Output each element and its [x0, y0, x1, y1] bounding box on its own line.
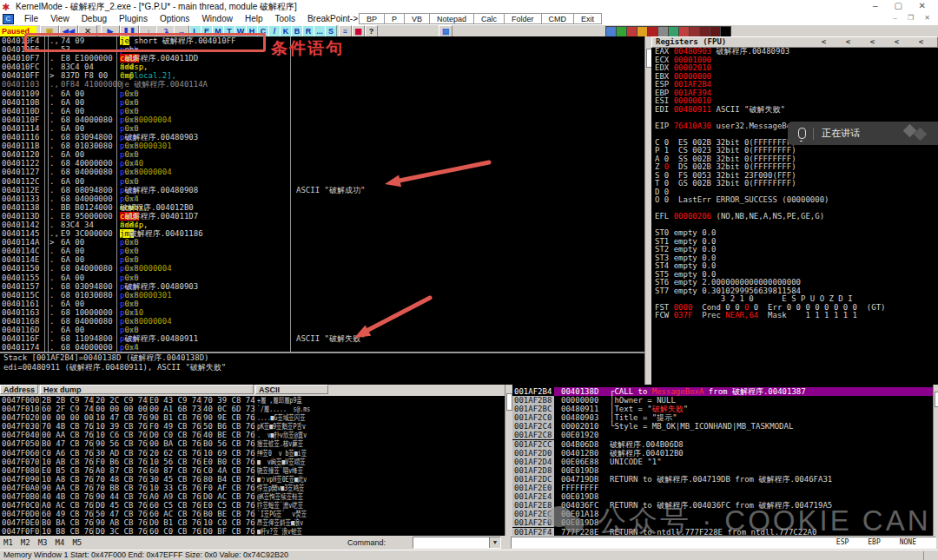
- memory-tab[interactable]: M5: [72, 538, 82, 547]
- dump-col-address[interactable]: Address: [0, 385, 38, 394]
- stack-row[interactable]: 001AF2D8 00E019D8: [512, 466, 933, 475]
- register-line[interactable]: EDI 00480911 ASCII "破解失败": [651, 106, 938, 115]
- disassembly-row[interactable]: 0040115C . 68 01030080 push 0x80000301: [0, 291, 644, 300]
- stack-row[interactable]: 001AF2C0 00480903 │Title = "提示": [512, 413, 933, 422]
- dump-col-hex[interactable]: Hex dump: [40, 385, 254, 394]
- quick-button[interactable]: Notepad: [429, 13, 473, 24]
- quick-button[interactable]: VB: [404, 13, 429, 24]
- register-line[interactable]: EFL 00000206 (NO,NB,NE,A,NS,PE,GE,G): [651, 213, 938, 221]
- dump-row[interactable]: 0047F0F0 10 B8 CB 76D0 3C CB 76 60 C0 CB…: [0, 527, 505, 536]
- memory-tab[interactable]: M1: [3, 538, 13, 547]
- disassembly-row[interactable]: 0040110D . 6A 00 push 0x0: [0, 107, 644, 115]
- stack-row[interactable]: 001AF2BC 00480911 │Text = "破解失败": [512, 405, 933, 413]
- menu-item[interactable]: BreakPoint->: [301, 14, 364, 23]
- menu-item[interactable]: Plugins: [113, 14, 154, 23]
- stack-row[interactable]: 001AF2C8 00E01920: [512, 431, 933, 439]
- disassembly-row[interactable]: 00401142 . 83C4 34 add esp,0x34: [0, 221, 644, 229]
- disassembly-row[interactable]: 0040112E . 68 08094800 push 破解程序.0048090…: [0, 186, 644, 194]
- stack-row[interactable]: 001AF2D4 00E06E88 UNICODE "1": [512, 458, 933, 466]
- quick-button[interactable]: CMD: [541, 13, 574, 24]
- disassembly-row[interactable]: 00401103 ., 0F84 41000000 je 破解程序.004011…: [0, 80, 644, 89]
- memory-tab[interactable]: M2: [21, 538, 30, 547]
- register-line[interactable]: T 0 GS 002B 32bit 0(FFFFFFFF): [651, 180, 938, 188]
- disassembly-row[interactable]: 00401163 . 68 10000000 push 0x10: [0, 308, 644, 317]
- stack-row[interactable]: 001AF2D0 004012B0 破解程序.004012B0: [512, 449, 933, 458]
- disassembly-row[interactable]: 00401161 . 6A 00 push 0x0: [0, 300, 644, 308]
- dump-row[interactable]: 0047F0C0 A0 AC CB 76D0 45 CB 76 60 C5 CB…: [0, 501, 505, 510]
- mdi-window-controls[interactable]: – ❐ ✕: [893, 14, 935, 22]
- dump-row[interactable]: 0047F000 2B 2B C9 7420 2C C9 74 E0 43 C9…: [0, 396, 505, 405]
- menu-item[interactable]: Help: [239, 14, 269, 23]
- menu-item[interactable]: Options: [154, 14, 195, 23]
- quick-button[interactable]: P: [384, 13, 404, 24]
- menu-item[interactable]: Debug: [76, 14, 113, 23]
- quick-button[interactable]: Folder: [504, 13, 541, 24]
- disassembly-row[interactable]: 00401109 . 6A 00 push 0x0: [0, 89, 644, 98]
- disassembly-row[interactable]: 0040116F . 68 11094800 push 破解程序.0048091…: [0, 334, 644, 343]
- stack-row[interactable]: 001AF2DC 004719DB RETURN to 破解程序.004719D…: [512, 475, 933, 484]
- disassembly-row[interactable]: 00401138 . BB B0124000 mov ebx,破解程序.0040…: [0, 203, 644, 212]
- disassembly-row[interactable]: 00401120 . 6A 00 push 0x0: [0, 150, 644, 159]
- disassembly-row[interactable]: 00401168 . 68 04000080 push 0x80000004: [0, 317, 644, 326]
- stack-row[interactable]: 001AF2E0 FFFFFFFF: [512, 484, 933, 492]
- dump-row[interactable]: 0047F010 60 2F C9 7400 00 00 00 00 A1 6B…: [0, 405, 505, 413]
- dump-row[interactable]: 0047F0A0 90 AA CB 7670 BB CB 76 10 33 CB…: [0, 484, 505, 492]
- window-controls[interactable]: – ▢ ✕: [873, 1, 933, 10]
- disassembly-pane[interactable]: 004010F4 ., 74 09 je short 破解程序.004010FF…: [0, 36, 644, 352]
- disassembly-row[interactable]: 004010FC . 83C4 04 add esp,0x4: [0, 63, 644, 71]
- disassembly-row[interactable]: 00401174 . 68 04000000 push 0x4: [0, 343, 644, 352]
- stack-row[interactable]: 001AF2CC 004B06D8 破解程序.004B06D8: [512, 440, 933, 449]
- dump-row[interactable]: 0047F080 E0 B5 CB 76A0 87 CB 76 60 87 CB…: [0, 466, 505, 475]
- disassembly-row[interactable]: 00401157 . 68 03094800 push 破解程序.0048090…: [0, 282, 644, 291]
- menu-item[interactable]: Window: [195, 14, 239, 23]
- stack-scrollbar[interactable]: [933, 385, 938, 537]
- stack-row[interactable]: 001AF2B8 00000000 │hOwner = NULL: [512, 396, 933, 405]
- quick-button[interactable]: BP: [359, 13, 384, 24]
- disassembly-row[interactable]: 0040116D . 6A 00 push 0x0: [0, 326, 644, 334]
- dump-row[interactable]: 0047F030 70 4B CB 7610 39 CB 76 F0 49 CB…: [0, 422, 505, 431]
- disassembly-row[interactable]: 00401145 ., E9 3C000000 jmp 破解程序.0040118…: [0, 229, 644, 238]
- disassembly-row[interactable]: 0040114A > 6A 00 push 0x0: [0, 238, 644, 247]
- collapse-icon[interactable]: <: [842, 37, 855, 47]
- register-line[interactable]: FCW 037F Prec NEAR,64 Mask 1 1 1 1 1 1: [651, 312, 938, 320]
- memory-dump-pane[interactable]: 0047F000 2B 2B C9 7420 2C C9 74 E0 43 C9…: [0, 396, 505, 537]
- quick-button[interactable]: Exit: [573, 13, 602, 24]
- stack-row[interactable]: 001AF2E4 00E019D8: [512, 492, 933, 501]
- title-bar[interactable]: ✱ KernelMode - 破解程序_2.exe - [*G.P.U* - m…: [0, 0, 938, 13]
- collapse-icon[interactable]: <: [866, 37, 879, 47]
- registers-pane[interactable]: EAX 00480903 破解程序.00480903 ECX 00001000 …: [651, 48, 938, 385]
- disassembly-row[interactable]: 0040110F . 68 04000080 push 0x80000004: [0, 115, 644, 124]
- menu-item[interactable]: File: [18, 14, 44, 23]
- dump-row[interactable]: 0047F060 C0 A6 CB 7630 AD CB 76 20 62 CB…: [0, 449, 505, 458]
- register-line[interactable]: O 0 LastErr ERROR_SUCCESS (00000000): [651, 196, 938, 205]
- dump-row[interactable]: 0047F020 00 00 00 0010 47 CB 76 90 B1 CB…: [0, 413, 505, 422]
- stack-row[interactable]: 001AF2C4 00002010 └Style = MB_OK|MB_ICON…: [512, 422, 933, 431]
- menu-item[interactable]: Tools: [269, 14, 301, 23]
- disassembly-row[interactable]: 0040112C . 6A 00 push 0x0: [0, 177, 644, 186]
- dump-row[interactable]: 0047F050 B0 47 CB 7690 56 CB 76 00 BA CB…: [0, 439, 505, 448]
- stack-row[interactable]: 001AF2B4 0040138D ┌CALL to MessageBoxA f…: [512, 387, 933, 396]
- dump-col-ascii[interactable]: ASCII: [255, 385, 328, 394]
- dump-row[interactable]: 0047F040 00 AA CB 7610 C6 CB 76 D0 C0 CB…: [0, 431, 505, 439]
- disassembly-row[interactable]: 00401127 . 68 04000080 push 0x80000004: [0, 168, 644, 176]
- disassembly-row[interactable]: 0040114E . 6A 00 push 0x0: [0, 255, 644, 264]
- dump-row[interactable]: 0047F0E0 B0 BA CB 7690 AB CB 76 D0 B1 CB…: [0, 518, 505, 527]
- dump-row[interactable]: 0047F0D0 60 49 CB 7650 47 CB 76 60 AC CB…: [0, 510, 505, 518]
- disassembly-row[interactable]: 00401150 . 68 04000080 push 0x80000004: [0, 264, 644, 273]
- disassembly-row[interactable]: 00401114 . 6A 00 push 0x0: [0, 124, 644, 133]
- collapse-icon[interactable]: <: [915, 37, 928, 47]
- dump-row[interactable]: 0047F070 10 AB CB 76F0 B6 CB 76 10 56 CB…: [0, 458, 505, 466]
- disassembly-row[interactable]: 00401133 . 68 04000000 push 0x4: [0, 194, 644, 203]
- disassembly-row[interactable]: 00401116 . 68 03094800 push 破解程序.0048090…: [0, 133, 644, 142]
- dropdown-icon[interactable]: ▼: [489, 537, 500, 548]
- cpu-window-icon[interactable]: C: [3, 14, 14, 24]
- memory-tab[interactable]: M3: [38, 538, 48, 547]
- disassembly-row[interactable]: 0040113D . E8 95000000 call 破解程序.004011D…: [0, 212, 644, 221]
- command-input[interactable]: ▼: [413, 537, 501, 549]
- disassembly-row[interactable]: 0040114C . 6A 00 push 0x0: [0, 247, 644, 255]
- disassembly-row[interactable]: 0040110B . 6A 00 push 0x0: [0, 98, 644, 107]
- collapse-icon[interactable]: <: [890, 37, 903, 47]
- disassembly-row[interactable]: 00401122 . 68 40000000 push 0x40: [0, 159, 644, 168]
- menu-item[interactable]: View: [44, 14, 76, 23]
- dump-row[interactable]: 0047F0B0 40 4B CB 7690 44 CB 76 A0 A9 CB…: [0, 492, 505, 501]
